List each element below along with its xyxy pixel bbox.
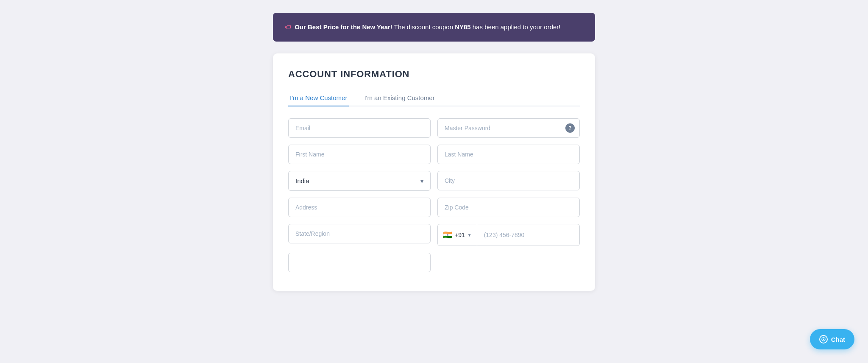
promo-coupon-code: NY85 (455, 23, 471, 31)
extra-input[interactable] (288, 253, 431, 272)
tag-icon: 🏷 (285, 23, 291, 31)
email-field-wrapper (288, 118, 431, 138)
state-input[interactable] (288, 224, 431, 243)
country-select[interactable]: India United States United Kingdom Canad… (288, 171, 431, 191)
address-input[interactable] (288, 198, 431, 217)
zipcode-field-wrapper (437, 198, 580, 217)
phone-input[interactable] (477, 226, 579, 244)
extra-row (288, 253, 580, 272)
promo-title: Our Best Price for the New Year! (295, 23, 392, 31)
phone-row: 🇮🇳 +91 ▼ (437, 224, 580, 246)
lastname-input[interactable] (437, 145, 580, 164)
section-title: ACCOUNT INFORMATION (288, 69, 580, 80)
password-input[interactable] (437, 118, 580, 138)
page-wrapper: 🏷 Our Best Price for the New Year! The d… (273, 13, 595, 291)
tabs-container: I'm a New Customer I'm an Existing Custo… (288, 90, 580, 106)
india-flag-icon: 🇮🇳 (443, 230, 452, 240)
country-field-wrapper: India United States United Kingdom Canad… (288, 171, 431, 191)
name-row (288, 145, 580, 164)
country-city-row: India United States United Kingdom Canad… (288, 171, 580, 191)
chat-circle-icon (819, 335, 828, 343)
password-help-icon[interactable]: ? (565, 123, 575, 133)
email-input[interactable] (288, 118, 431, 138)
promo-message-before: The discount coupon (394, 23, 455, 31)
state-field-wrapper (288, 224, 431, 246)
chat-label: Chat (831, 336, 845, 343)
phone-country-code: +91 (455, 232, 465, 238)
city-field-wrapper (437, 171, 580, 191)
svg-point-1 (823, 339, 824, 340)
city-input[interactable] (437, 171, 580, 190)
promo-message-after: has been applied to your order! (473, 23, 561, 31)
state-phone-row: 🇮🇳 +91 ▼ (288, 224, 580, 246)
zipcode-input[interactable] (437, 198, 580, 217)
extra-field-wrapper (288, 253, 431, 272)
email-password-row: ? (288, 118, 580, 138)
chat-button[interactable]: Chat (810, 329, 854, 349)
phone-field-wrapper: 🇮🇳 +91 ▼ (437, 224, 580, 246)
firstname-input[interactable] (288, 145, 431, 164)
main-card: ACCOUNT INFORMATION I'm a New Customer I… (273, 53, 595, 291)
firstname-field-wrapper (288, 145, 431, 164)
password-field-wrapper: ? (437, 118, 580, 138)
promo-banner: 🏷 Our Best Price for the New Year! The d… (273, 13, 595, 42)
lastname-field-wrapper (437, 145, 580, 164)
tab-existing-customer[interactable]: I'm an Existing Customer (362, 90, 436, 106)
address-field-wrapper (288, 198, 431, 217)
phone-code-chevron-icon: ▼ (467, 233, 472, 237)
phone-country-selector[interactable]: 🇮🇳 +91 ▼ (438, 224, 477, 246)
address-zip-row (288, 198, 580, 217)
tab-new-customer[interactable]: I'm a New Customer (288, 90, 349, 106)
